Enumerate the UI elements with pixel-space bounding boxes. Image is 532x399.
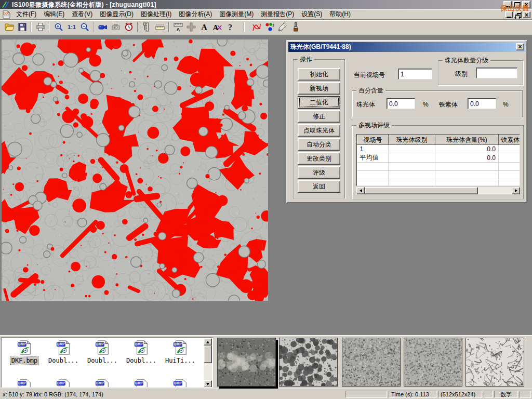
bmp-file-icon: BMP [17, 340, 32, 355]
initialize-button[interactable]: 初始化 [298, 68, 340, 81]
binarize-button[interactable]: 二值化 [298, 96, 340, 109]
capture-camera-button[interactable] [109, 21, 122, 33]
brush-tool-button[interactable] [289, 21, 302, 33]
timer-button[interactable] [122, 21, 135, 33]
pick-pearlite-button[interactable]: 点取珠光体 [298, 124, 340, 137]
actual-size-button[interactable]: 1:1 [65, 21, 78, 33]
grade-button[interactable]: 评级 [298, 166, 340, 179]
caliper-button[interactable] [140, 21, 153, 33]
curve-tool-button[interactable] [250, 21, 263, 33]
add-text-button[interactable]: A [197, 21, 210, 33]
return-button[interactable]: 返回 [298, 180, 340, 193]
menu-item-edit[interactable]: 编辑(E) [40, 9, 68, 20]
menu-item-measure-report[interactable]: 测量报告(P) [257, 9, 298, 20]
thumbnail-1[interactable] [217, 338, 276, 387]
toolbar-separator [31, 22, 32, 32]
menu-item-help[interactable]: 帮助(H) [326, 9, 354, 20]
level-label: 级别 [455, 70, 468, 78]
change-class-button[interactable]: 更改类别 [298, 152, 340, 165]
measure-label-button[interactable]: A [171, 21, 184, 33]
close-button[interactable] [522, 1, 530, 8]
menu-bar: DOC 文件(F) 编辑(E) 查看(V) 图像显示(D) 图像处理(I) 图像… [0, 9, 532, 20]
menu-item-image-measure[interactable]: 图像测量(M) [216, 9, 257, 20]
menu-item-view[interactable]: 查看(V) [68, 9, 96, 20]
bmp-file-icon: BMP [134, 379, 149, 388]
file-list: BMP DKF.bmp BMP Doubl... [1, 337, 213, 388]
menu-item-image-analysis[interactable]: 图像分析(A) [175, 9, 216, 20]
help-button[interactable]: ? [223, 21, 236, 33]
maximize-button[interactable] [513, 1, 521, 8]
new-field-button[interactable]: 新视场 [298, 82, 340, 95]
mdi-close-button[interactable] [523, 11, 530, 18]
svg-text:BMP: BMP [18, 342, 26, 346]
ferrite-label: 铁素体 [439, 100, 458, 109]
pick-tool-button[interactable] [276, 21, 289, 33]
status-cursor-info: x: 510 y: 79 idx: 0 RGB: (174, 174, 174) [3, 391, 103, 397]
delete-text-icon: A [212, 22, 222, 32]
table-row[interactable]: 1 0.0 [357, 145, 521, 153]
thumbnail-3[interactable] [342, 338, 401, 387]
bmp-file-icon: BMP [56, 379, 71, 388]
file-item-row2[interactable]: BMP [162, 379, 199, 388]
ferrite-percent-input[interactable] [468, 98, 496, 109]
video-camera-button[interactable] [96, 21, 109, 33]
brush-tool-icon [290, 22, 301, 32]
thumbnail-4[interactable] [404, 338, 462, 387]
scroll-right-button[interactable] [512, 187, 520, 194]
dialog-title-bar[interactable]: 珠光体(GB/T9441-88) [288, 42, 525, 52]
mdi-restore-button[interactable] [514, 11, 522, 18]
percent-group-label: 百分含量 [356, 87, 385, 94]
print-icon [35, 22, 46, 32]
move-cross-button[interactable] [184, 21, 197, 33]
zoom-in-button[interactable] [52, 21, 65, 33]
v-scrollbar[interactable] [204, 338, 212, 388]
thumbnail-2[interactable] [279, 338, 338, 387]
print-button[interactable] [34, 21, 47, 33]
open-file-button[interactable] [3, 21, 16, 33]
phase-count-button[interactable]: 3 [263, 21, 276, 33]
dialog-close-button[interactable] [516, 43, 524, 50]
svg-text:?: ? [228, 23, 232, 32]
status-panel-empty [484, 391, 493, 398]
scroll-left-button[interactable] [356, 187, 365, 194]
minimize-button[interactable] [503, 1, 512, 8]
file-item-row2[interactable]: BMP [45, 379, 82, 388]
menu-item-settings[interactable]: 设置(S) [298, 9, 326, 20]
header-field-no: 视场号 [357, 135, 389, 145]
file-item-row2[interactable]: BMP [123, 379, 160, 388]
open-file-icon [4, 22, 15, 32]
h-scrollbar[interactable] [356, 187, 520, 194]
correct-button[interactable]: 修正 [298, 110, 340, 123]
thumbnail-5[interactable] [466, 338, 524, 387]
current-field-input[interactable] [398, 69, 432, 79]
file-item-4[interactable]: BMP Doubl... [123, 340, 160, 365]
file-item-3[interactable]: BMP Doubl... [84, 340, 121, 365]
file-item-row2[interactable]: BMP [84, 379, 121, 388]
ruler-icon [155, 22, 165, 32]
scroll-thumb[interactable] [365, 187, 478, 194]
file-item-1[interactable]: BMP DKF.bmp [6, 340, 43, 365]
metallograph-image[interactable] [2, 39, 268, 301]
delete-text-button[interactable]: A [210, 21, 223, 33]
zoom-out-button[interactable] [78, 21, 91, 33]
scroll-thumb[interactable] [204, 345, 212, 363]
zoom-out-icon [79, 22, 90, 32]
file-item-row2[interactable]: BMP [6, 379, 43, 388]
application-window: IS100显微摄像系统(金相分析版) - [zhuguangti01] 保山仪器… [0, 0, 532, 399]
auto-classify-button[interactable]: 自动分类 [298, 138, 340, 151]
menu-item-image-display[interactable]: 图像显示(D) [96, 9, 137, 20]
file-item-2[interactable]: BMP Doubl... [45, 340, 82, 365]
menu-item-file[interactable]: 文件(F) [12, 9, 40, 20]
ruler-button[interactable] [153, 21, 166, 33]
toolbar: 1:1 [0, 20, 532, 34]
level-input[interactable] [476, 68, 517, 78]
mdi-minimize-button[interactable] [505, 11, 513, 18]
scroll-up-button[interactable] [204, 338, 212, 345]
table-row[interactable]: 平均值 0.0 [357, 153, 521, 163]
pearlite-percent-input[interactable] [387, 98, 415, 109]
menu-item-image-processing[interactable]: 图像处理(I) [137, 9, 175, 20]
scroll-down-button[interactable] [204, 380, 212, 388]
file-item-5[interactable]: BMP HuiTi... [162, 340, 199, 365]
save-button[interactable] [16, 21, 29, 33]
measure-label-icon: A [173, 22, 183, 32]
